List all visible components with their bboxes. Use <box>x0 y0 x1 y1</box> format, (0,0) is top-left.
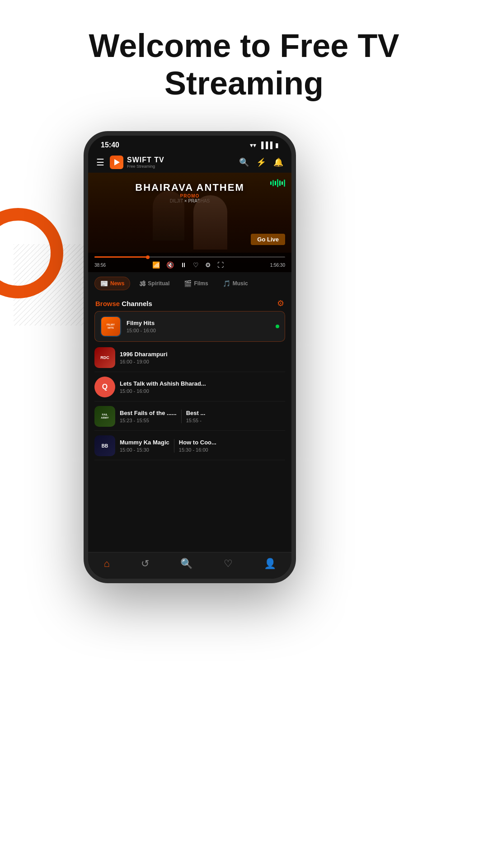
favorites-icon: ♡ <box>224 558 233 570</box>
nav-home[interactable]: ⌂ <box>103 558 109 570</box>
browse-title: Browse Channels <box>95 300 152 307</box>
profile-icon: 👤 <box>264 558 276 570</box>
tab-spiritual[interactable]: 🕉 Spiritual <box>134 277 175 290</box>
filmy-hits-time: 15:00 - 16:00 <box>127 328 270 333</box>
bb-name: Mummy Ka Magic <box>120 439 169 446</box>
top-nav: ☰ SWIFT TV Free Streaming 🔍 ⚡ 🔔 <box>88 152 291 173</box>
tab-films[interactable]: 🎬 Films <box>178 277 213 290</box>
video-controls-bar: 38:56 📶 🔇 ⏸ ♡ ⚙ ⛶ 1:56:30 <box>88 253 291 272</box>
bottom-nav: ⌂ ↺ 🔍 ♡ 👤 <box>88 552 291 579</box>
browse-header: Browse Channels ⚙ <box>88 295 291 311</box>
rdc-time: 16:00 - 19:00 <box>120 359 285 364</box>
lightning-icon[interactable]: ⚡ <box>256 157 266 167</box>
app-name: SWIFT TV <box>127 156 164 164</box>
nav-logo-area: SWIFT TV Free Streaming <box>110 156 234 169</box>
search-nav-icon: 🔍 <box>180 558 192 570</box>
failarmy-time: 15:23 - 15:55 <box>120 418 177 423</box>
bb-time2: 15:30 - 16:00 <box>179 447 216 453</box>
failarmy-name: Best Fails of the ...... <box>120 410 177 416</box>
channel-row-rdc[interactable]: RDC 1996 Dharampuri 16:00 - 19:00 <box>94 344 285 372</box>
control-icons: 📶 🔇 ⏸ ♡ ⚙ ⛶ <box>152 261 224 269</box>
filmy-hits-logo: FILMYHITS <box>100 316 121 337</box>
failarmy-logo: FAILARMY <box>94 406 115 427</box>
channel-row-failarmy[interactable]: FAILARMY Best Fails of the ...... 15:23 … <box>94 402 285 431</box>
mute-icon[interactable]: 🔇 <box>166 261 174 269</box>
tab-music[interactable]: 🎵 Music <box>217 277 253 290</box>
main-heading: Welcome to Free TV Streaming <box>0 27 488 102</box>
nav-icons: 🔍 ⚡ 🔔 <box>239 157 283 167</box>
filter-icon[interactable]: ⚙ <box>277 298 284 308</box>
progress-dot <box>146 255 150 259</box>
nav-logo-text: SWIFT TV Free Streaming <box>127 156 164 169</box>
controls-row: 38:56 📶 🔇 ⏸ ♡ ⚙ ⛶ 1:56:30 <box>94 261 285 269</box>
search-icon[interactable]: 🔍 <box>239 157 249 167</box>
channel-row-filmy-hits[interactable]: FILMYHITS Filmy Hits 15:00 - 16:00 <box>94 311 285 342</box>
fullscreen-icon[interactable]: ⛶ <box>217 261 224 269</box>
swift-tv-logo <box>110 156 123 169</box>
failarmy-time2: 15:55 - <box>186 418 206 423</box>
recent-icon: ↺ <box>141 558 149 570</box>
app-tagline: Free Streaming <box>127 164 164 169</box>
go-live-button[interactable]: Go Live <box>251 234 285 245</box>
news-icon: 📰 <box>100 280 108 287</box>
qtv-name: Lets Talk with Ashish Bharad... <box>120 380 285 387</box>
channel-active-indicator <box>276 325 279 328</box>
rdc-name: 1996 Dharampuri <box>120 351 285 358</box>
time-elapsed: 38:56 <box>94 263 106 268</box>
bb-logo: BB <box>94 435 115 456</box>
wifi-icon: ▾▾ <box>250 142 256 149</box>
nav-recent[interactable]: ↺ <box>141 558 149 570</box>
video-player[interactable]: BHAIRAVA ANTHEM PROMO DILJIT × PRABHAS G… <box>88 173 291 272</box>
signal-quality-icon: 📶 <box>152 261 160 269</box>
progress-fill <box>94 256 148 258</box>
rdc-logo: RDC <box>94 347 115 368</box>
status-icons: ▾▾ ▐▐▐ ▮ <box>250 142 279 149</box>
bb-name2: How to Coo... <box>179 439 216 446</box>
menu-icon[interactable]: ☰ <box>96 157 104 168</box>
filmy-hits-info: Filmy Hits 15:00 - 16:00 <box>127 320 270 333</box>
favorite-icon[interactable]: ♡ <box>193 261 199 269</box>
bb-time: 15:00 - 15:30 <box>120 447 169 453</box>
qtv-logo: Q <box>94 377 115 397</box>
failarmy-name2: Best ... <box>186 410 206 416</box>
failarmy-info: Best Fails of the ...... 15:23 - 15:55 B… <box>120 410 285 423</box>
signal-icon: ▐▐▐ <box>259 142 272 149</box>
nav-favorites[interactable]: ♡ <box>224 558 233 570</box>
status-bar: 15:40 ▾▾ ▐▐▐ ▮ <box>88 136 291 152</box>
time-total: 1:56:30 <box>270 263 285 268</box>
qtv-time: 15:00 - 16:00 <box>120 388 285 394</box>
pause-icon[interactable]: ⏸ <box>180 261 187 269</box>
music-icon: 🎵 <box>223 280 230 287</box>
home-icon: ⌂ <box>103 558 109 570</box>
channel-list: FILMYHITS Filmy Hits 15:00 - 16:00 RDC 1… <box>88 311 291 552</box>
phone-frame: 15:40 ▾▾ ▐▐▐ ▮ ☰ SWIFT TV Free Streaming <box>84 131 296 583</box>
tab-news[interactable]: 📰 News <box>94 277 130 290</box>
progress-bar[interactable] <box>94 256 285 258</box>
category-tabs: 📰 News 🕉 Spiritual 🎬 Films 🎵 Music <box>88 272 291 295</box>
battery-icon: ▮ <box>275 142 279 149</box>
bb-info: Mummy Ka Magic 15:00 - 15:30 How to Coo.… <box>120 439 285 453</box>
svg-marker-2 <box>114 159 120 165</box>
settings-icon[interactable]: ⚙ <box>205 261 211 269</box>
rdc-info: 1996 Dharampuri 16:00 - 19:00 <box>120 351 285 364</box>
nav-profile[interactable]: 👤 <box>264 558 276 570</box>
nav-search[interactable]: 🔍 <box>180 558 192 570</box>
filmy-hits-name: Filmy Hits <box>127 320 270 326</box>
films-icon: 🎬 <box>184 280 192 287</box>
channel-row-bb[interactable]: BB Mummy Ka Magic 15:00 - 15:30 How to C… <box>94 432 285 460</box>
status-time: 15:40 <box>101 141 119 149</box>
channel-row-qtv[interactable]: Q Lets Talk with Ashish Bharad... 15:00 … <box>94 373 285 401</box>
spiritual-icon: 🕉 <box>139 280 145 287</box>
phone-screen: 15:40 ▾▾ ▐▐▐ ▮ ☰ SWIFT TV Free Streaming <box>88 136 291 579</box>
notification-icon[interactable]: 🔔 <box>273 157 283 167</box>
qtv-info: Lets Talk with Ashish Bharad... 15:00 - … <box>120 380 285 394</box>
